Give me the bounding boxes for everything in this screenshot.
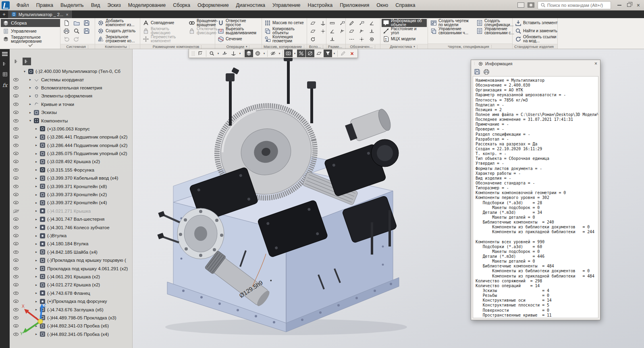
- axes-caret-icon[interactable]: ▾: [238, 52, 242, 55]
- intersection-button[interactable]: [297, 50, 305, 57]
- group-handle-icon[interactable]: [303, 45, 305, 48]
- new-document-button[interactable]: [62, 19, 71, 27]
- open-document-button[interactable]: [72, 19, 81, 27]
- enable-fixation-button[interactable]: Включить фиксацию: [141, 27, 187, 35]
- expand-arrow-icon[interactable]: ▸: [35, 291, 40, 295]
- create-drawing-button[interactable]: Создать чертеж по модели: [429, 19, 474, 27]
- expand-arrow-icon[interactable]: ▸: [35, 218, 40, 221]
- tree-item[interactable]: ▸ (-)3.399.372 Кронштейн (x4): [10, 199, 132, 207]
- group-handle-icon[interactable]: [322, 45, 324, 48]
- save-report-icon[interactable]: [474, 68, 480, 75]
- clip-caret-icon[interactable]: ▾: [293, 52, 297, 55]
- display-caret-icon[interactable]: ▾: [262, 52, 266, 55]
- expand-arrow-icon[interactable]: ▸: [35, 127, 40, 130]
- expand-arrow-icon[interactable]: ▸: [35, 226, 40, 229]
- visibility-toggle[interactable]: [13, 185, 19, 188]
- visibility-toggle[interactable]: [13, 176, 19, 180]
- group-handle-icon[interactable]: [491, 45, 492, 48]
- hamburger-menu-icon[interactable]: [2, 52, 8, 56]
- menu-item[interactable]: Управление: [269, 2, 304, 8]
- desig-leader-button[interactable]: [357, 19, 366, 27]
- visibility-toggle[interactable]: [13, 127, 19, 130]
- tree-item[interactable]: ▸ (-)3.285.075 Подшипник упорный (x2): [10, 149, 132, 157]
- group-handle-icon[interactable]: [555, 45, 556, 48]
- info-panel-close-icon[interactable]: ×: [594, 61, 597, 66]
- mirror-components-button[interactable]: Зеркальное отражение ко...: [96, 35, 141, 43]
- desig-rough-button[interactable]: [357, 27, 366, 35]
- menu-item[interactable]: Приложения: [336, 2, 373, 8]
- expand-arrow-icon[interactable]: ▸: [29, 78, 34, 81]
- tree-item[interactable]: ▸ Прокладка под крышку 4.061.291 (x2): [10, 264, 132, 272]
- visibility-toggle[interactable]: [13, 86, 19, 89]
- menu-item[interactable]: Файл: [13, 2, 33, 8]
- menu-item[interactable]: Оформление: [194, 2, 233, 8]
- maximize-button[interactable]: [627, 3, 631, 7]
- visibility-toggle[interactable]: [13, 135, 19, 139]
- visibility-toggle[interactable]: [13, 292, 19, 295]
- expand-arrow-icon[interactable]: ▸: [35, 267, 40, 270]
- mode-management[interactable]: Управление: [1, 27, 60, 35]
- visibility-toggle[interactable]: [13, 267, 19, 270]
- mate-coincident-button[interactable]: Совпадение: [141, 19, 187, 27]
- show-all-button[interactable]: [196, 50, 205, 57]
- clip-view-button[interactable]: [284, 50, 293, 57]
- create-part-button[interactable]: Создать деталь: [96, 27, 141, 35]
- refresh-links-button[interactable]: Обновить ссылки на мод...: [514, 35, 559, 43]
- expand-arrow-icon[interactable]: ▸: [35, 193, 40, 197]
- menu-item[interactable]: Сборка: [169, 2, 194, 8]
- mode-solid-modeling[interactable]: Твердотельное моделирование: [1, 35, 60, 43]
- tree-composition-button[interactable]: [23, 58, 31, 65]
- tree-item[interactable]: ▸ (-)4.180.184 Втулка: [10, 240, 132, 248]
- tree-item[interactable]: ▸ (-)4.021.272 Крышка (x2): [10, 281, 132, 289]
- save-as-button[interactable]: [82, 27, 91, 35]
- desig-axis-button[interactable]: [347, 35, 356, 43]
- panel-grip-icon[interactable]: [474, 62, 475, 66]
- visibility-toggle[interactable]: [13, 218, 19, 221]
- tree-item[interactable]: ▾ (-)2.400.030 Мультипликатор (Тел-0, Сб: [10, 67, 132, 75]
- menu-item[interactable]: Окно: [373, 2, 392, 8]
- tree-item[interactable]: ▸ Эскизы: [10, 108, 132, 116]
- visibility-toggle[interactable]: [13, 119, 19, 122]
- insert-element-button[interactable]: Вставить элемент: [514, 19, 559, 27]
- visibility-toggle[interactable]: [13, 160, 19, 163]
- expand-arrow-icon[interactable]: ▸: [35, 259, 40, 262]
- expand-arrow-icon[interactable]: ▸: [35, 168, 40, 172]
- visibility-toggle[interactable]: [13, 316, 19, 319]
- redo-button[interactable]: [72, 35, 81, 43]
- tree-item[interactable]: ▸ (-)3.399.370 Кабельный ввод (x4): [10, 174, 132, 182]
- filter-caret-icon[interactable]: ▾: [332, 52, 336, 55]
- expand-arrow-icon[interactable]: ▸: [35, 201, 40, 205]
- visibility-toggle[interactable]: [13, 251, 19, 254]
- menu-item[interactable]: Правка: [33, 2, 57, 8]
- document-tab[interactable]: Мультипликатор _ 2... ×: [8, 10, 73, 18]
- move-component-button[interactable]: Переместить компонент: [141, 35, 187, 43]
- tree-item[interactable]: ▸ (-)Прокладка под крышку торцовую (: [10, 256, 132, 264]
- visibility-toggle[interactable]: [13, 209, 19, 213]
- menu-item[interactable]: Моделирование: [125, 2, 170, 8]
- visibility-toggle[interactable]: [13, 111, 19, 114]
- geometry-collection-button[interactable]: Коллекция геометрии: [263, 35, 308, 43]
- dim-angle-button[interactable]: [328, 27, 337, 35]
- expand-arrow-icon[interactable]: ▸: [29, 86, 34, 89]
- visibility-toggle[interactable]: [13, 324, 19, 327]
- grid-array-button[interactable]: Массив по сетке: [263, 19, 308, 27]
- edit-button[interactable]: [339, 50, 347, 57]
- visibility-toggle[interactable]: [13, 78, 19, 81]
- expand-arrow-icon[interactable]: ▸: [35, 234, 40, 238]
- menu-item[interactable]: Настройка: [304, 2, 337, 8]
- tree-item[interactable]: ▸ (-)4.061.291 Крышка (x2): [10, 273, 132, 281]
- tree-item[interactable]: ▸ (-)4.842.185 Шайба (x4): [10, 248, 132, 256]
- visibility-toggle[interactable]: [13, 275, 19, 278]
- zoom-caret-icon[interactable]: ▾: [216, 52, 220, 55]
- expand-arrow-icon[interactable]: ▸: [29, 111, 34, 114]
- tree-item[interactable]: ▸ (-)4.301.747 Вал-шестерня: [10, 215, 132, 223]
- tree-item[interactable]: ▸ (+)3.096.063 Корпус: [10, 125, 132, 133]
- tree-item[interactable]: ▸ Элементы оформления: [10, 92, 132, 100]
- quickbar-drag-handle[interactable]: [191, 51, 195, 56]
- print-report-icon[interactable]: [483, 68, 490, 75]
- tree-item[interactable]: ▸ Вспомогательная геометрия: [10, 84, 132, 92]
- visibility-toggle[interactable]: [13, 193, 19, 196]
- group-caret-icon[interactable]: ▾: [413, 45, 415, 48]
- expand-arrow-icon[interactable]: ▸: [35, 143, 40, 147]
- command-search[interactable]: [538, 1, 611, 9]
